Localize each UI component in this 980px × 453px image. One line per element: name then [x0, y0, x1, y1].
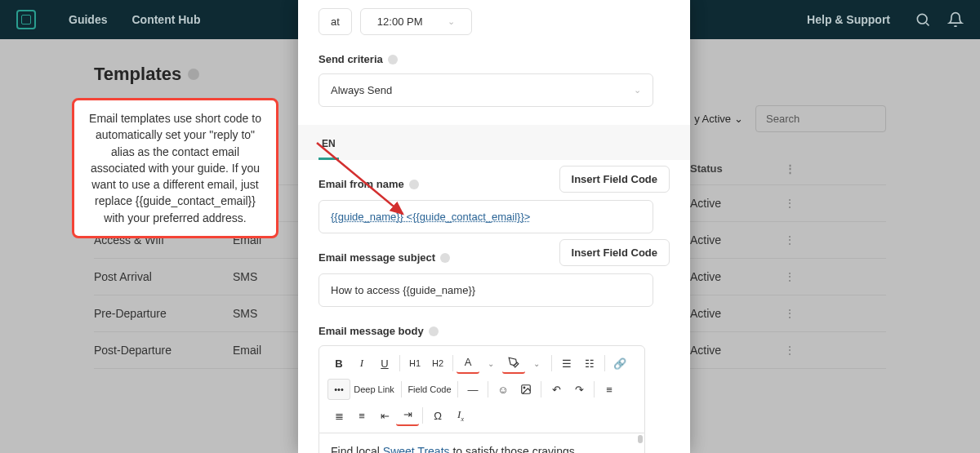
help-icon[interactable]: [388, 55, 398, 64]
language-tabs: EN: [298, 125, 690, 160]
align-right-button[interactable]: ≡: [350, 405, 373, 426]
nav-guides[interactable]: Guides: [69, 13, 107, 26]
email-subject-input[interactable]: How to access {{guide_name}}: [318, 273, 653, 307]
info-callout: Email templates use short code to automa…: [72, 98, 278, 238]
redo-button[interactable]: ↷: [568, 379, 590, 400]
image-button[interactable]: [514, 379, 537, 400]
email-body-label: Email message body: [318, 325, 670, 337]
italic-button[interactable]: I: [350, 353, 373, 374]
email-from-label: Email from name: [318, 178, 419, 190]
indent-button[interactable]: ⇥: [396, 405, 419, 426]
svg-line-1: [926, 23, 929, 25]
bold-button[interactable]: B: [327, 353, 350, 374]
undo-button[interactable]: ↶: [545, 379, 568, 400]
chevron-down-icon: ⌄: [448, 16, 455, 27]
hr-button[interactable]: —: [461, 379, 484, 400]
search-icon[interactable]: [915, 11, 931, 28]
help-icon[interactable]: [429, 326, 439, 336]
time-at-label: at: [318, 8, 352, 35]
send-criteria-label: Send criteria: [318, 53, 670, 65]
outdent-button[interactable]: ⇤: [373, 405, 396, 426]
template-edit-modal: at 12:00 PM ⌄ Send criteria Always Send …: [298, 0, 690, 453]
email-from-input[interactable]: {{guide_name}} <{{guide_contact_email}}>: [318, 200, 653, 233]
lang-tab-en[interactable]: EN: [318, 133, 339, 160]
help-icon[interactable]: [440, 253, 450, 263]
align-center-button[interactable]: ≣: [327, 405, 350, 426]
nav-content-hub[interactable]: Content Hub: [131, 13, 200, 26]
nav-help-support[interactable]: Help & Support: [807, 13, 890, 26]
email-subject-label: Email message subject: [318, 251, 450, 264]
align-left-button[interactable]: ≡: [598, 379, 621, 400]
body-link[interactable]: Sweet Treats: [383, 445, 450, 453]
deep-link-button[interactable]: Deep Link: [350, 379, 398, 400]
chevron-down-icon[interactable]: ⌄: [525, 353, 548, 374]
svg-point-4: [523, 387, 525, 389]
chevron-down-icon: ⌄: [634, 85, 641, 95]
editor-toolbar: B I U H1 H2 A ⌄ ⌄ ☰ ☷ 🔗 ••• Deep Link: [318, 345, 645, 433]
highlight-button[interactable]: [502, 353, 525, 374]
numbered-list-button[interactable]: ☷: [578, 353, 601, 374]
h2-button[interactable]: H2: [426, 353, 449, 374]
text-color-button[interactable]: A: [457, 353, 479, 374]
svg-point-0: [917, 14, 927, 24]
help-icon[interactable]: [409, 180, 419, 189]
insert-field-code-button[interactable]: Insert Field Code: [559, 166, 670, 193]
app-logo[interactable]: [16, 10, 36, 29]
underline-button[interactable]: U: [373, 353, 396, 374]
link-button[interactable]: 🔗: [608, 353, 631, 374]
time-select[interactable]: 12:00 PM ⌄: [360, 8, 472, 35]
scrollbar-thumb[interactable]: [638, 435, 643, 443]
bullet-list-button[interactable]: ☰: [555, 353, 578, 374]
bell-icon[interactable]: [947, 11, 964, 28]
callout-text: Email templates use short code to automa…: [89, 112, 261, 224]
emoji-button[interactable]: ☺: [492, 379, 514, 400]
h1-button[interactable]: H1: [403, 353, 426, 374]
send-criteria-select[interactable]: Always Send ⌄: [318, 73, 653, 107]
clear-format-button[interactable]: Ix: [449, 405, 472, 426]
field-code-button[interactable]: Field Code: [405, 379, 454, 400]
more-button[interactable]: •••: [327, 379, 350, 400]
email-body-editor[interactable]: Find local Sweet Treats to satisfy those…: [318, 433, 645, 453]
insert-field-code-button[interactable]: Insert Field Code: [559, 239, 670, 266]
chevron-down-icon[interactable]: ⌄: [479, 353, 502, 374]
special-char-button[interactable]: Ω: [426, 405, 449, 426]
